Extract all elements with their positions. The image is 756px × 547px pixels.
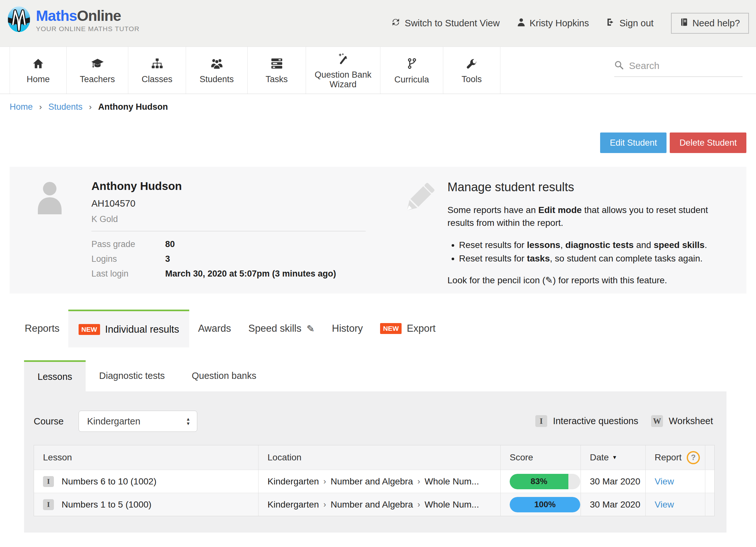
chevron-right-icon: › bbox=[323, 500, 326, 509]
manage-note: Look for the pencil icon (✎) for reports… bbox=[447, 275, 730, 286]
lesson-cell: I Numbers 1 to 5 (1000) bbox=[34, 493, 259, 516]
location-cell: Kindergarten › Number and Algebra › Whol… bbox=[259, 493, 501, 516]
header-report: Report ? bbox=[646, 445, 705, 470]
nav-item-curricula[interactable]: Curricula bbox=[380, 47, 443, 94]
course-label: Course bbox=[34, 416, 64, 427]
chevron-right-icon: › bbox=[418, 500, 420, 509]
nav-item-teachers[interactable]: Teachers bbox=[67, 47, 128, 94]
user-name: Kristy Hopkins bbox=[530, 18, 589, 29]
lesson-title: Numbers 6 to 10 (1002) bbox=[62, 476, 157, 487]
magic-wand-icon bbox=[337, 53, 349, 67]
header-score: Score bbox=[501, 445, 581, 470]
search-box bbox=[614, 60, 743, 77]
nav-item-tools[interactable]: Tools bbox=[443, 47, 500, 94]
score-bar-fill: 100% bbox=[510, 497, 580, 512]
search-icon bbox=[614, 60, 624, 71]
view-report-link[interactable]: View bbox=[655, 500, 674, 510]
manage-title: Manage student results bbox=[447, 180, 730, 194]
table-row: I Numbers 1 to 5 (1000) Kindergarten › N… bbox=[34, 493, 714, 516]
student-id: AH104570 bbox=[91, 198, 135, 209]
subtab-diagnostic-tests[interactable]: Diagnostic tests bbox=[86, 360, 178, 391]
manage-bullet-2: Reset results for tasks, so student can … bbox=[459, 252, 730, 265]
nav-item-question-bank-wizard[interactable]: Question Bank Wizard bbox=[306, 47, 380, 94]
report-cell: View bbox=[646, 493, 705, 516]
student-info-panel: Anthony Hudson AH104570 K Gold Pass grad… bbox=[10, 167, 746, 294]
small-pencil-icon: ✎ bbox=[545, 275, 553, 286]
manage-bullets: Reset results for lessons, diagnostic te… bbox=[447, 238, 730, 265]
avatar bbox=[34, 179, 66, 216]
sign-out-icon bbox=[606, 18, 615, 29]
code-branch-icon bbox=[407, 58, 417, 72]
nav-item-home[interactable]: Home bbox=[10, 47, 67, 94]
report-help-icon[interactable]: ? bbox=[687, 451, 700, 464]
student-name: Anthony Hudson bbox=[91, 180, 182, 192]
nav-item-classes[interactable]: Classes bbox=[128, 47, 186, 94]
switch-student-view-button[interactable]: Switch to Student View bbox=[391, 17, 500, 29]
nav-item-tasks[interactable]: Tasks bbox=[248, 47, 306, 94]
edit-student-button[interactable]: Edit Student bbox=[600, 132, 667, 153]
breadcrumb-students[interactable]: Students bbox=[48, 102, 83, 112]
score-cell: 100% bbox=[501, 493, 581, 516]
course-select[interactable]: Kindergarten ▲ ▼ bbox=[79, 411, 197, 432]
student-course: K Gold bbox=[91, 214, 118, 224]
legend: I Interactive questions W Worksheet bbox=[535, 415, 713, 427]
select-arrows-icon: ▲ ▼ bbox=[186, 417, 191, 426]
chevron-right-icon: › bbox=[418, 477, 420, 486]
tab-reports[interactable]: Reports bbox=[16, 310, 68, 347]
lesson-cell: I Numbers 6 to 10 (1002) bbox=[34, 470, 259, 493]
wrench-icon bbox=[466, 58, 478, 71]
tab-history[interactable]: History bbox=[323, 310, 371, 347]
lesson-results-table: Lesson Location Score Date ▼ Report ? I … bbox=[34, 445, 715, 516]
student-fields: Pass grade 80 Logins 3 Last login March … bbox=[91, 239, 336, 284]
user-icon bbox=[517, 18, 525, 29]
course-select-value: Kindergarten bbox=[87, 416, 140, 427]
need-help-button[interactable]: Need help? bbox=[671, 13, 749, 34]
new-badge: NEW bbox=[380, 323, 402, 334]
breadcrumb-separator: › bbox=[89, 102, 92, 112]
top-header: MathsOnline YOUR ONLINE MATHS TUTOR Swit… bbox=[0, 0, 756, 47]
score-bar: 100% bbox=[510, 497, 580, 512]
app-logo[interactable]: MathsOnline YOUR ONLINE MATHS TUTOR bbox=[7, 6, 140, 34]
sign-out-button[interactable]: Sign out bbox=[606, 18, 653, 29]
header-filler bbox=[705, 445, 714, 470]
result-type-tabs: Lessons Diagnostic tests Question banks bbox=[24, 347, 270, 391]
report-tabs: Reports NEW Individual results Awards Sp… bbox=[0, 310, 444, 347]
report-cell: View bbox=[646, 470, 705, 493]
field-last-login: Last login March 30, 2020 at 5:07pm (3 m… bbox=[91, 269, 336, 279]
subtab-question-banks[interactable]: Question banks bbox=[178, 360, 270, 391]
subtab-lessons[interactable]: Lessons bbox=[24, 360, 86, 391]
new-badge: NEW bbox=[79, 324, 100, 335]
search-input[interactable] bbox=[629, 60, 743, 71]
lessons-panel: Course Kindergarten ▲ ▼ I Interactive qu… bbox=[24, 391, 726, 533]
header-actions: Switch to Student View Kristy Hopkins bbox=[391, 0, 749, 47]
user-menu[interactable]: Kristy Hopkins bbox=[517, 18, 589, 29]
home-icon bbox=[32, 58, 44, 71]
header-date[interactable]: Date ▼ bbox=[581, 445, 646, 470]
book-icon bbox=[680, 18, 688, 29]
worksheet-label: Worksheet bbox=[669, 416, 713, 426]
filler-cell bbox=[705, 470, 714, 493]
tab-export[interactable]: NEW Export bbox=[371, 310, 444, 347]
course-filter: Course Kindergarten ▲ ▼ bbox=[34, 411, 197, 432]
manage-bullet-1: Reset results for lessons, diagnostic te… bbox=[459, 238, 730, 252]
delete-student-button[interactable]: Delete Student bbox=[670, 132, 746, 153]
breadcrumb-home[interactable]: Home bbox=[10, 102, 33, 112]
manage-results-section: Manage student results Some reports have… bbox=[390, 167, 739, 294]
score-cell: 83% bbox=[501, 470, 581, 493]
interactive-questions-label: Interactive questions bbox=[553, 416, 638, 426]
divider bbox=[91, 231, 366, 231]
logo-subtitle: YOUR ONLINE MATHS TUTOR bbox=[36, 25, 140, 33]
table-header-row: Lesson Location Score Date ▼ Report ? bbox=[34, 445, 714, 470]
users-icon bbox=[210, 58, 224, 71]
manage-intro: Some reports have an Edit mode that allo… bbox=[447, 204, 730, 229]
view-report-link[interactable]: View bbox=[655, 476, 674, 487]
tab-speed-skills[interactable]: Speed skills ✎ bbox=[240, 310, 323, 347]
header-location: Location bbox=[259, 445, 501, 470]
lesson-title: Numbers 1 to 5 (1000) bbox=[62, 500, 151, 510]
date-cell: 30 Mar 2020 bbox=[581, 470, 646, 493]
tab-individual-results[interactable]: NEW Individual results bbox=[68, 310, 190, 347]
score-bar: 83% bbox=[510, 474, 580, 489]
interactive-questions-badge: I bbox=[535, 415, 547, 427]
tab-awards[interactable]: Awards bbox=[189, 310, 240, 347]
nav-item-students[interactable]: Students bbox=[186, 47, 248, 94]
